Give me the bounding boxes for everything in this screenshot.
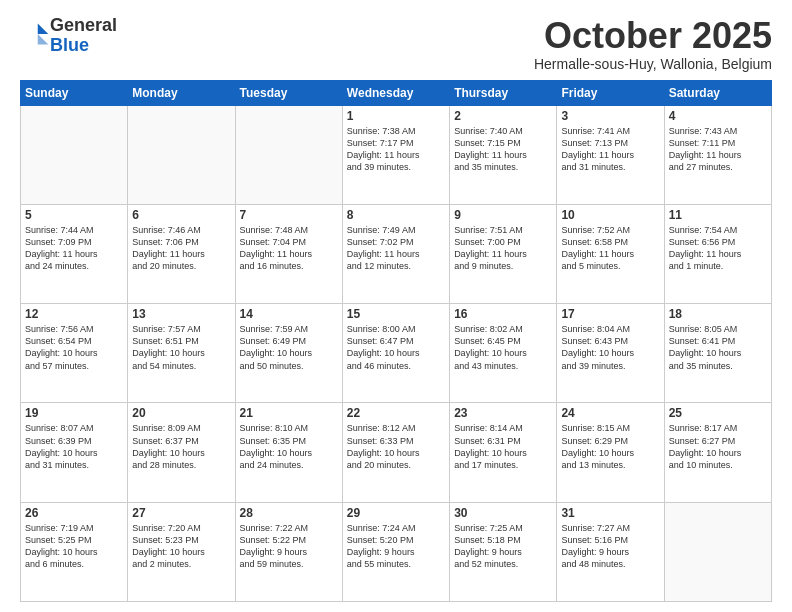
day-number: 14 <box>240 307 338 321</box>
day-number: 2 <box>454 109 552 123</box>
day-number: 9 <box>454 208 552 222</box>
calendar-cell: 27Sunrise: 7:20 AM Sunset: 5:23 PM Dayli… <box>128 502 235 601</box>
day-number: 1 <box>347 109 445 123</box>
calendar-cell: 3Sunrise: 7:41 AM Sunset: 7:13 PM Daylig… <box>557 105 664 204</box>
day-number: 13 <box>132 307 230 321</box>
day-info: Sunrise: 8:10 AM Sunset: 6:35 PM Dayligh… <box>240 422 338 471</box>
calendar-cell: 24Sunrise: 8:15 AM Sunset: 6:29 PM Dayli… <box>557 403 664 502</box>
calendar-cell: 7Sunrise: 7:48 AM Sunset: 7:04 PM Daylig… <box>235 204 342 303</box>
day-number: 28 <box>240 506 338 520</box>
day-info: Sunrise: 7:57 AM Sunset: 6:51 PM Dayligh… <box>132 323 230 372</box>
day-info: Sunrise: 8:05 AM Sunset: 6:41 PM Dayligh… <box>669 323 767 372</box>
day-info: Sunrise: 7:49 AM Sunset: 7:02 PM Dayligh… <box>347 224 445 273</box>
day-number: 19 <box>25 406 123 420</box>
day-number: 29 <box>347 506 445 520</box>
calendar-cell: 14Sunrise: 7:59 AM Sunset: 6:49 PM Dayli… <box>235 304 342 403</box>
calendar-cell <box>128 105 235 204</box>
calendar-cell: 29Sunrise: 7:24 AM Sunset: 5:20 PM Dayli… <box>342 502 449 601</box>
calendar-cell: 9Sunrise: 7:51 AM Sunset: 7:00 PM Daylig… <box>450 204 557 303</box>
calendar-cell: 23Sunrise: 8:14 AM Sunset: 6:31 PM Dayli… <box>450 403 557 502</box>
calendar-cell: 16Sunrise: 8:02 AM Sunset: 6:45 PM Dayli… <box>450 304 557 403</box>
calendar-cell: 28Sunrise: 7:22 AM Sunset: 5:22 PM Dayli… <box>235 502 342 601</box>
day-info: Sunrise: 8:00 AM Sunset: 6:47 PM Dayligh… <box>347 323 445 372</box>
calendar-cell: 10Sunrise: 7:52 AM Sunset: 6:58 PM Dayli… <box>557 204 664 303</box>
day-info: Sunrise: 8:12 AM Sunset: 6:33 PM Dayligh… <box>347 422 445 471</box>
calendar-cell: 26Sunrise: 7:19 AM Sunset: 5:25 PM Dayli… <box>21 502 128 601</box>
svg-marker-0 <box>38 23 49 34</box>
calendar-cell: 5Sunrise: 7:44 AM Sunset: 7:09 PM Daylig… <box>21 204 128 303</box>
weekday-header-friday: Friday <box>557 80 664 105</box>
calendar-cell: 1Sunrise: 7:38 AM Sunset: 7:17 PM Daylig… <box>342 105 449 204</box>
svg-marker-1 <box>38 34 49 45</box>
calendar-cell: 4Sunrise: 7:43 AM Sunset: 7:11 PM Daylig… <box>664 105 771 204</box>
day-number: 26 <box>25 506 123 520</box>
day-number: 10 <box>561 208 659 222</box>
day-info: Sunrise: 7:25 AM Sunset: 5:18 PM Dayligh… <box>454 522 552 571</box>
day-number: 7 <box>240 208 338 222</box>
weekday-header-monday: Monday <box>128 80 235 105</box>
day-info: Sunrise: 7:40 AM Sunset: 7:15 PM Dayligh… <box>454 125 552 174</box>
day-number: 3 <box>561 109 659 123</box>
weekday-header-thursday: Thursday <box>450 80 557 105</box>
calendar-cell: 31Sunrise: 7:27 AM Sunset: 5:16 PM Dayli… <box>557 502 664 601</box>
weekday-header-tuesday: Tuesday <box>235 80 342 105</box>
day-number: 20 <box>132 406 230 420</box>
logo: General Blue <box>20 16 117 56</box>
day-number: 17 <box>561 307 659 321</box>
calendar-cell: 15Sunrise: 8:00 AM Sunset: 6:47 PM Dayli… <box>342 304 449 403</box>
day-info: Sunrise: 8:07 AM Sunset: 6:39 PM Dayligh… <box>25 422 123 471</box>
day-number: 22 <box>347 406 445 420</box>
day-number: 5 <box>25 208 123 222</box>
day-number: 30 <box>454 506 552 520</box>
day-info: Sunrise: 7:20 AM Sunset: 5:23 PM Dayligh… <box>132 522 230 571</box>
day-info: Sunrise: 7:52 AM Sunset: 6:58 PM Dayligh… <box>561 224 659 273</box>
logo-blue: Blue <box>50 35 89 55</box>
week-row-4: 26Sunrise: 7:19 AM Sunset: 5:25 PM Dayli… <box>21 502 772 601</box>
day-info: Sunrise: 7:54 AM Sunset: 6:56 PM Dayligh… <box>669 224 767 273</box>
calendar-cell <box>21 105 128 204</box>
day-info: Sunrise: 7:51 AM Sunset: 7:00 PM Dayligh… <box>454 224 552 273</box>
day-number: 21 <box>240 406 338 420</box>
calendar-cell: 6Sunrise: 7:46 AM Sunset: 7:06 PM Daylig… <box>128 204 235 303</box>
day-number: 24 <box>561 406 659 420</box>
day-info: Sunrise: 7:27 AM Sunset: 5:16 PM Dayligh… <box>561 522 659 571</box>
week-row-3: 19Sunrise: 8:07 AM Sunset: 6:39 PM Dayli… <box>21 403 772 502</box>
page: General Blue October 2025 Hermalle-sous-… <box>0 0 792 612</box>
header: General Blue October 2025 Hermalle-sous-… <box>20 16 772 72</box>
day-info: Sunrise: 7:56 AM Sunset: 6:54 PM Dayligh… <box>25 323 123 372</box>
calendar-cell: 12Sunrise: 7:56 AM Sunset: 6:54 PM Dayli… <box>21 304 128 403</box>
day-info: Sunrise: 8:02 AM Sunset: 6:45 PM Dayligh… <box>454 323 552 372</box>
day-info: Sunrise: 7:41 AM Sunset: 7:13 PM Dayligh… <box>561 125 659 174</box>
day-number: 4 <box>669 109 767 123</box>
day-number: 23 <box>454 406 552 420</box>
logo-text: General Blue <box>50 16 117 56</box>
calendar-cell: 30Sunrise: 7:25 AM Sunset: 5:18 PM Dayli… <box>450 502 557 601</box>
calendar-cell: 21Sunrise: 8:10 AM Sunset: 6:35 PM Dayli… <box>235 403 342 502</box>
calendar-cell <box>235 105 342 204</box>
day-info: Sunrise: 8:14 AM Sunset: 6:31 PM Dayligh… <box>454 422 552 471</box>
day-info: Sunrise: 7:44 AM Sunset: 7:09 PM Dayligh… <box>25 224 123 273</box>
calendar-cell: 19Sunrise: 8:07 AM Sunset: 6:39 PM Dayli… <box>21 403 128 502</box>
calendar-cell: 11Sunrise: 7:54 AM Sunset: 6:56 PM Dayli… <box>664 204 771 303</box>
logo-icon <box>22 20 50 48</box>
day-number: 8 <box>347 208 445 222</box>
calendar-cell: 13Sunrise: 7:57 AM Sunset: 6:51 PM Dayli… <box>128 304 235 403</box>
week-row-0: 1Sunrise: 7:38 AM Sunset: 7:17 PM Daylig… <box>21 105 772 204</box>
calendar-cell: 18Sunrise: 8:05 AM Sunset: 6:41 PM Dayli… <box>664 304 771 403</box>
day-number: 16 <box>454 307 552 321</box>
day-info: Sunrise: 8:15 AM Sunset: 6:29 PM Dayligh… <box>561 422 659 471</box>
weekday-header-wednesday: Wednesday <box>342 80 449 105</box>
logo-general: General <box>50 15 117 35</box>
day-info: Sunrise: 7:48 AM Sunset: 7:04 PM Dayligh… <box>240 224 338 273</box>
day-info: Sunrise: 7:19 AM Sunset: 5:25 PM Dayligh… <box>25 522 123 571</box>
day-info: Sunrise: 8:17 AM Sunset: 6:27 PM Dayligh… <box>669 422 767 471</box>
day-number: 12 <box>25 307 123 321</box>
month-title: October 2025 <box>534 16 772 56</box>
title-block: October 2025 Hermalle-sous-Huy, Wallonia… <box>534 16 772 72</box>
weekday-header-saturday: Saturday <box>664 80 771 105</box>
calendar-cell: 25Sunrise: 8:17 AM Sunset: 6:27 PM Dayli… <box>664 403 771 502</box>
calendar-cell: 20Sunrise: 8:09 AM Sunset: 6:37 PM Dayli… <box>128 403 235 502</box>
day-info: Sunrise: 7:38 AM Sunset: 7:17 PM Dayligh… <box>347 125 445 174</box>
day-info: Sunrise: 7:46 AM Sunset: 7:06 PM Dayligh… <box>132 224 230 273</box>
weekday-header-row: SundayMondayTuesdayWednesdayThursdayFrid… <box>21 80 772 105</box>
